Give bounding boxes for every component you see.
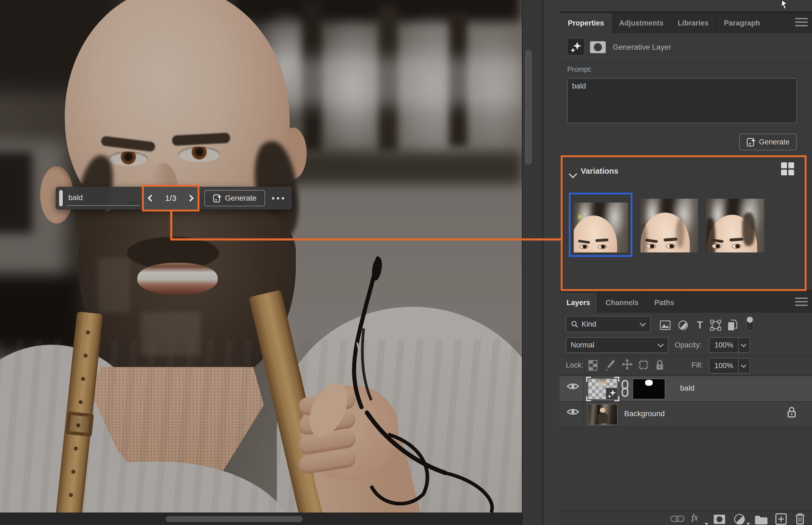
divider xyxy=(560,356,812,357)
panel-menu-icon[interactable] xyxy=(795,18,808,28)
previous-variation-icon[interactable] xyxy=(148,195,154,201)
layer-thumbnail-bald[interactable] xyxy=(588,378,618,400)
new-group-folder-icon[interactable] xyxy=(754,515,768,524)
filter-smart-objects-icon[interactable] xyxy=(726,319,739,331)
variation-pager-highlight: 1/3 xyxy=(142,185,199,211)
dock-header xyxy=(560,0,812,11)
variation-counter: 1/3 xyxy=(165,194,177,203)
search-icon xyxy=(571,320,578,328)
tab-layers[interactable]: Layers xyxy=(560,292,598,313)
layer-name[interactable]: Background xyxy=(624,409,665,418)
prompt-label: Prompt: xyxy=(567,65,592,74)
divider xyxy=(560,375,812,376)
generative-sparkle-button[interactable] xyxy=(567,38,585,55)
canvas-dim-overlay xyxy=(0,0,522,512)
visibility-eye-icon[interactable] xyxy=(567,382,580,391)
panel-menu-icon[interactable] xyxy=(795,298,808,307)
divider xyxy=(560,427,812,427)
tab-libraries[interactable]: Libraries xyxy=(670,13,717,33)
photoshop-workspace: Properties Adjustments Libraries Paragra… xyxy=(0,0,812,525)
generate-button[interactable]: Generate xyxy=(739,134,797,150)
vertical-scrollbar[interactable] xyxy=(525,50,532,165)
chevron-down-icon xyxy=(640,320,646,327)
chevron-down-icon xyxy=(658,341,664,347)
filtering-toggle[interactable] xyxy=(744,318,756,330)
add-layer-mask-icon[interactable] xyxy=(713,514,726,524)
variation-thumbnail-2[interactable] xyxy=(641,199,698,253)
tab-channels[interactable]: Channels xyxy=(598,292,647,313)
generate-sparkle-icon xyxy=(747,137,756,147)
divider xyxy=(583,376,584,427)
generate-button-taskbar[interactable]: Generate xyxy=(204,190,265,206)
layers-bottom-toolbar xyxy=(560,510,812,525)
callout-connector-horizontal xyxy=(170,238,561,241)
layer-type-label: Generative Layer xyxy=(613,43,671,51)
lock-label: Lock: xyxy=(566,361,583,370)
tab-paths[interactable]: Paths xyxy=(647,292,682,313)
caret-icon xyxy=(746,523,750,525)
sparkles-icon xyxy=(570,41,582,52)
blend-mode-dropdown[interactable]: Normal xyxy=(566,337,669,353)
prompt-inline-input[interactable]: bald xyxy=(68,193,83,202)
new-layer-icon[interactable] xyxy=(775,513,787,525)
fill-label: Fill: xyxy=(691,361,703,370)
divider xyxy=(560,401,812,402)
caret-icon xyxy=(705,523,708,525)
opacity-label: Opacity: xyxy=(675,341,702,349)
filter-adjustment-layers-icon[interactable] xyxy=(677,319,689,331)
prompt-textarea[interactable]: bald xyxy=(567,78,797,123)
more-options-icon[interactable] xyxy=(272,196,289,200)
variations-title: Variations xyxy=(581,167,618,176)
lock-artboard-icon[interactable] xyxy=(637,359,650,371)
fill-value-dropdown[interactable]: 100% xyxy=(709,358,750,374)
chevron-down-icon xyxy=(739,343,750,347)
lock-transparency-icon[interactable] xyxy=(587,359,599,371)
properties-tab-bar: Properties Adjustments Libraries Paragra… xyxy=(560,13,812,33)
layers-tab-bar: Layers Channels Paths xyxy=(560,292,812,313)
layer-thumbnail-background[interactable] xyxy=(588,404,618,425)
kind-filter-dropdown[interactable]: Kind xyxy=(566,316,650,332)
delete-layer-trash-icon[interactable] xyxy=(795,512,806,525)
tab-adjustments[interactable]: Adjustments xyxy=(613,13,670,33)
tab-paragraph[interactable]: Paragraph xyxy=(717,13,768,33)
filter-type-layers-icon[interactable]: T xyxy=(694,319,706,331)
variation-thumbnail-1[interactable] xyxy=(574,202,628,253)
layer-mask-thumbnail[interactable] xyxy=(632,378,665,400)
chevron-down-icon xyxy=(739,364,750,368)
layer-name[interactable]: bald xyxy=(680,384,694,392)
tab-properties[interactable]: Properties xyxy=(560,13,613,33)
mask-link-icon[interactable] xyxy=(621,379,629,397)
variation-thumbnail-3[interactable] xyxy=(706,199,764,253)
new-adjustment-layer-icon[interactable] xyxy=(734,514,745,525)
canvas-image[interactable] xyxy=(0,0,522,512)
next-variation-icon[interactable] xyxy=(187,195,194,201)
layer-mask-icon xyxy=(590,41,606,53)
generate-sparkle-icon xyxy=(213,194,222,202)
grid-view-icon[interactable] xyxy=(781,162,794,175)
horizontal-scrollbar[interactable] xyxy=(166,516,303,522)
opacity-value-dropdown[interactable]: 100% xyxy=(709,337,750,353)
dock-edge xyxy=(543,0,560,525)
layer-lock-icon xyxy=(787,406,796,419)
mouse-cursor xyxy=(781,0,789,9)
visibility-eye-icon[interactable] xyxy=(567,408,580,416)
filter-pixel-layers-icon[interactable] xyxy=(659,319,671,331)
lock-all-icon[interactable] xyxy=(654,359,666,371)
task-bar-drag-handle[interactable] xyxy=(59,190,63,206)
lock-image-icon[interactable] xyxy=(604,359,617,371)
layer-style-fx-icon[interactable]: fx xyxy=(691,512,698,523)
link-layers-icon[interactable] xyxy=(670,515,685,523)
divider xyxy=(560,62,812,62)
generative-badge-icon xyxy=(606,388,618,400)
callout-connector-vertical xyxy=(170,211,172,240)
lock-position-icon[interactable] xyxy=(621,358,633,370)
filter-shape-layers-icon[interactable] xyxy=(709,319,722,331)
prompt-input-underline xyxy=(67,205,140,206)
